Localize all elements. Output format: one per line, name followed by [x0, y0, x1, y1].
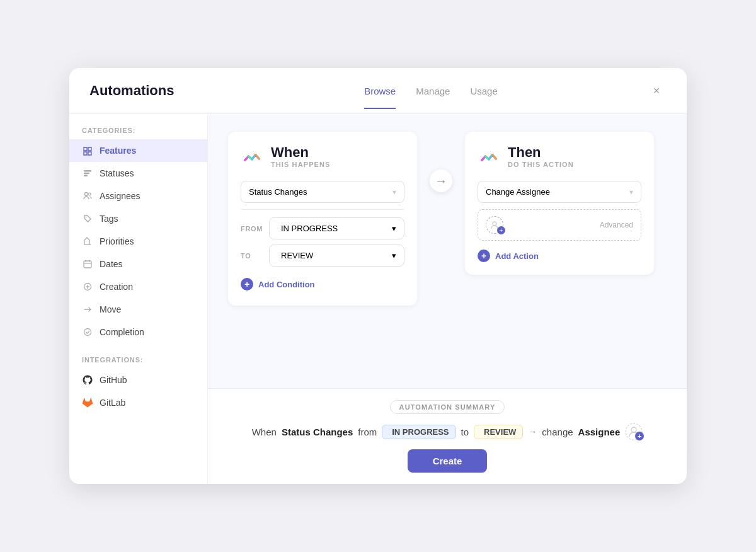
- when-title-block: When THIS HAPPENS: [271, 144, 331, 168]
- sidebar: CATEGORIES: Features: [69, 114, 208, 484]
- modal-overlay: Automations Browse Manage Usage × CATEGO…: [0, 0, 756, 552]
- summary-bar: AUTOMATION SUMMARY When Status Changes f…: [208, 388, 687, 484]
- to-status-dropdown[interactable]: REVIEW ▾: [269, 244, 404, 267]
- sidebar-item-github[interactable]: GitHub: [69, 369, 207, 391]
- assignee-placeholder[interactable]: + Advanced: [478, 209, 641, 241]
- svg-rect-0: [84, 170, 91, 172]
- trigger-value: Status Changes: [249, 187, 307, 197]
- assignee-avatar: +: [486, 216, 503, 234]
- tab-usage[interactable]: Usage: [470, 86, 497, 109]
- move-icon: [82, 304, 93, 315]
- sidebar-item-completion[interactable]: Completion: [69, 321, 207, 343]
- advanced-link[interactable]: Advanced: [600, 221, 633, 229]
- svg-point-14: [84, 329, 91, 336]
- sidebar-statuses-label: Statuses: [100, 168, 134, 178]
- sidebar-item-creation[interactable]: Creation: [69, 275, 207, 298]
- tabs-container: Browse Manage Usage: [215, 86, 646, 109]
- from-row: FROM IN PROGRESS ▾: [241, 217, 404, 239]
- then-card: Then DO THIS ACTION Change Assignee ▾: [465, 132, 654, 275]
- sidebar-item-priorities[interactable]: Priorities: [69, 230, 207, 253]
- close-button[interactable]: ×: [646, 81, 667, 101]
- sidebar-item-tags[interactable]: Tags: [69, 207, 207, 230]
- arrow-connector: →: [430, 170, 452, 192]
- action-select-row: Change Assignee ▾: [478, 181, 641, 203]
- summary-change-text: change: [542, 427, 573, 437]
- from-label: FROM: [241, 225, 263, 233]
- automations-modal: Automations Browse Manage Usage × CATEGO…: [69, 68, 687, 484]
- svg-rect-2: [84, 175, 88, 177]
- summary-in-progress-badge: IN PROGRESS: [382, 425, 455, 439]
- completion-icon: [82, 326, 93, 338]
- create-button[interactable]: Create: [408, 449, 488, 473]
- dates-icon: [82, 258, 93, 270]
- action-dropdown[interactable]: Change Assignee ▾: [478, 181, 641, 203]
- sidebar-item-features[interactable]: Features: [69, 139, 207, 162]
- from-status-dropdown[interactable]: IN PROGRESS ▾: [269, 217, 404, 239]
- modal-title: Automations: [89, 83, 215, 112]
- sidebar-creation-label: Creation: [100, 282, 133, 292]
- then-card-header: Then DO THIS ACTION: [478, 144, 641, 168]
- modal-header: Automations Browse Manage Usage ×: [69, 68, 687, 114]
- from-chevron: ▾: [392, 224, 396, 233]
- when-logo: [241, 145, 263, 168]
- in-progress-label: IN PROGRESS: [392, 427, 449, 437]
- add-action-button[interactable]: + Add Action: [478, 250, 641, 262]
- summary-assignee-avatar: +: [625, 423, 643, 440]
- then-subtitle: DO THIS ACTION: [508, 161, 574, 168]
- integrations-label: INTEGRATIONS:: [69, 356, 207, 364]
- priorities-icon: [82, 236, 93, 247]
- integrations-section: INTEGRATIONS: GitHub: [69, 356, 207, 414]
- when-card: When THIS HAPPENS Status Changes ▾: [228, 132, 417, 306]
- from-to-container: FROM IN PROGRESS ▾ TO: [241, 217, 404, 267]
- sidebar-move-label: Move: [100, 304, 121, 314]
- add-action-plus-icon: +: [478, 250, 490, 262]
- assignees-icon: [82, 190, 93, 202]
- sidebar-assignees-label: Assignees: [100, 191, 140, 201]
- trigger-select-row: Status Changes ▾: [241, 181, 404, 203]
- add-condition-button[interactable]: + Add Condition: [241, 275, 404, 293]
- to-row: TO REVIEW ▾: [241, 244, 404, 267]
- gitlab-icon: [82, 397, 93, 408]
- sidebar-github-label: GitHub: [100, 375, 127, 385]
- to-label: TO: [241, 252, 263, 260]
- sidebar-features-label: Features: [100, 146, 136, 156]
- tab-manage[interactable]: Manage: [416, 86, 450, 109]
- features-icon: [82, 145, 93, 156]
- when-subtitle: THIS HAPPENS: [271, 161, 331, 168]
- trigger-chevron: ▾: [392, 188, 396, 197]
- sidebar-priorities-label: Priorities: [100, 236, 134, 246]
- svg-point-4: [88, 193, 91, 195]
- then-title-block: Then DO THIS ACTION: [508, 144, 574, 168]
- to-chevron: ▾: [392, 251, 396, 260]
- sidebar-tags-label: Tags: [100, 214, 118, 224]
- sidebar-item-gitlab[interactable]: GitLab: [69, 391, 207, 414]
- sidebar-item-statuses[interactable]: Statuses: [69, 162, 207, 185]
- categories-label: CATEGORIES:: [69, 127, 207, 134]
- sidebar-item-assignees[interactable]: Assignees: [69, 185, 207, 207]
- github-icon: [82, 374, 93, 386]
- modal-body: CATEGORIES: Features: [69, 114, 687, 484]
- trigger-dropdown[interactable]: Status Changes ▾: [241, 181, 404, 203]
- summary-to-text: to: [461, 427, 469, 437]
- when-main-title: When: [271, 144, 331, 161]
- then-main-title: Then: [508, 144, 574, 161]
- tab-browse[interactable]: Browse: [364, 86, 396, 109]
- creation-icon: [82, 281, 93, 292]
- then-logo: [478, 145, 500, 168]
- svg-rect-7: [84, 261, 91, 268]
- svg-point-17: [631, 427, 636, 432]
- summary-status-bold: Status Changes: [282, 427, 353, 437]
- svg-rect-1: [84, 173, 89, 175]
- summary-text: When Status Changes from IN PROGRESS to …: [252, 423, 643, 440]
- summary-section-label: AUTOMATION SUMMARY: [390, 400, 505, 414]
- action-chevron: ▾: [629, 188, 633, 197]
- from-status-value: IN PROGRESS: [281, 224, 338, 233]
- main-content: When THIS HAPPENS Status Changes ▾: [208, 114, 687, 484]
- svg-point-3: [85, 193, 88, 196]
- add-action-label: Add Action: [495, 251, 539, 261]
- connector-arrow-icon: →: [430, 170, 452, 192]
- sidebar-item-dates[interactable]: Dates: [69, 253, 207, 275]
- svg-point-15: [493, 222, 496, 226]
- sidebar-completion-label: Completion: [100, 327, 144, 337]
- sidebar-item-move[interactable]: Move: [69, 298, 207, 321]
